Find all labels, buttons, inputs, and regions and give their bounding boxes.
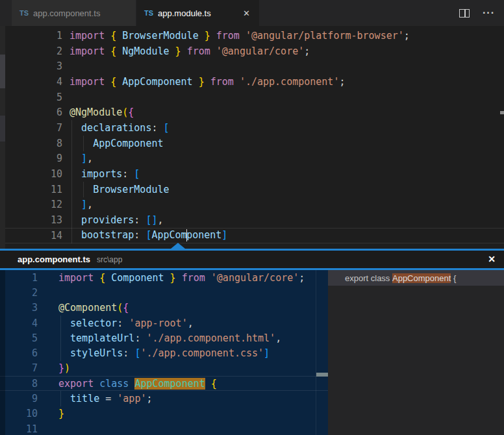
scrollbar-fragment [0, 55, 5, 88]
line-number[interactable]: 8 [0, 378, 38, 390]
code-line[interactable]: 12 ], [0, 197, 504, 213]
indent-guide [71, 120, 72, 243]
line-number[interactable]: 11 [0, 423, 38, 435]
code-line[interactable]: 7 declarations: [ [0, 120, 504, 136]
line-number[interactable]: 4 [0, 317, 38, 329]
close-icon[interactable]: ✕ [488, 254, 496, 264]
peek-view: app.component.ts src\app ✕ 1import { Com… [0, 249, 504, 435]
code-line[interactable]: 3 [0, 58, 504, 74]
code-text: AppComponent [62, 138, 164, 149]
code-line[interactable]: 5 [0, 90, 504, 105]
code-line[interactable]: 9 ], [0, 151, 504, 167]
code-line[interactable]: 2 [0, 285, 328, 300]
editor-app-module[interactable]: 1import { BrowserModule } from '@angular… [0, 26, 504, 249]
line-number[interactable]: 14 [0, 230, 62, 242]
editor-tab-bar: TS app.component.ts TS app.module.ts ✕ ·… [0, 0, 504, 26]
code-text: declarations: [ [62, 122, 170, 134]
line-number[interactable]: 7 [0, 122, 62, 134]
indent-guide [83, 182, 84, 197]
code-line[interactable]: 4import { AppComponent } from './app.com… [0, 74, 504, 90]
more-actions-icon[interactable]: ··· [483, 8, 495, 18]
peek-references-list: export class AppComponent { [328, 270, 504, 435]
code-line[interactable]: 1import { Component } from '@angular/cor… [0, 270, 328, 285]
code-text: bootstrap: [AppComponent] [62, 229, 227, 242]
code-text: import { BrowserModule } from '@angular/… [62, 30, 410, 42]
line-number[interactable]: 13 [0, 214, 62, 226]
line-number[interactable]: 4 [0, 76, 62, 88]
code-text: styleUrls: ['./app.component.css'] [38, 347, 270, 359]
code-text: providers: [], [62, 214, 164, 226]
peek-header: app.component.ts src\app ✕ [0, 251, 504, 268]
code-line[interactable]: 9 title = 'app'; [0, 391, 328, 406]
line-number[interactable]: 2 [0, 45, 62, 57]
code-line[interactable]: 8export class AppComponent { [0, 376, 328, 391]
peek-file-title: app.component.ts [18, 255, 90, 264]
code-line[interactable]: 5 templateUrl: './app.component.html', [0, 330, 328, 345]
tab-app-component[interactable]: TS app.component.ts [12, 0, 136, 26]
indent-guide [60, 391, 61, 406]
line-number[interactable]: 3 [0, 302, 38, 314]
editor-actions: ··· [459, 0, 504, 26]
code-text: imports: [ [62, 168, 140, 180]
line-number[interactable]: 7 [0, 362, 38, 374]
code-line[interactable]: 6@NgModule({ [0, 105, 504, 120]
code-line[interactable]: 11 [0, 421, 328, 435]
code-text: @NgModule({ [62, 106, 134, 118]
code-text: BrowserModule [62, 184, 170, 195]
reference-match: AppComponent [392, 273, 451, 283]
code-line[interactable]: 8 AppComponent [0, 136, 504, 151]
line-number[interactable]: 1 [0, 30, 62, 42]
reference-text: export class [345, 273, 392, 283]
line-number[interactable]: 11 [0, 184, 62, 195]
code-line[interactable]: 2import { NgModule } from '@angular/core… [0, 44, 504, 59]
line-number[interactable]: 2 [0, 287, 38, 299]
code-text: }) [38, 362, 70, 374]
line-number[interactable]: 8 [0, 138, 62, 149]
peek-editor-app-component[interactable]: 1import { Component } from '@angular/cor… [0, 270, 328, 435]
typescript-icon: TS [144, 9, 153, 17]
overview-ruler-marker [500, 111, 504, 114]
peek-file-path: src\app [97, 255, 122, 264]
code-line[interactable]: 14 bootstrap: [AppComponent] [0, 228, 504, 243]
window-edge-strip [0, 26, 5, 249]
reference-item[interactable]: export class AppComponent { [328, 270, 504, 286]
close-icon[interactable]: ✕ [242, 8, 251, 19]
split-editor-icon[interactable] [459, 9, 470, 18]
code-text: export class AppComponent { [38, 378, 217, 390]
line-number[interactable]: 3 [0, 60, 62, 72]
peek-scrollbar-handle[interactable] [316, 373, 328, 377]
line-number[interactable]: 5 [0, 92, 62, 103]
line-number[interactable]: 9 [0, 153, 62, 164]
indent-guide [60, 316, 61, 361]
code-line[interactable]: 11 BrowserModule [0, 182, 504, 197]
line-number[interactable]: 6 [0, 106, 62, 118]
code-text: ], [62, 199, 93, 210]
code-line[interactable]: 10} [0, 406, 328, 421]
code-text: templateUrl: './app.component.html', [38, 332, 281, 344]
vscode-window: TS app.component.ts TS app.module.ts ✕ ·… [0, 0, 504, 435]
line-number[interactable]: 6 [0, 347, 38, 359]
line-number[interactable]: 1 [0, 272, 38, 284]
code-line[interactable]: 3@Component({ [0, 301, 328, 316]
peek-anchor-arrow [171, 243, 185, 249]
peek-scrollbar-track [316, 270, 316, 435]
line-number[interactable]: 10 [0, 168, 62, 180]
code-line[interactable]: 10 imports: [ [0, 166, 504, 182]
code-text: import { NgModule } from '@angular/core'… [62, 45, 310, 57]
code-text: } [38, 408, 64, 419]
code-line[interactable]: 4 selector: 'app-root', [0, 316, 328, 330]
line-number[interactable]: 12 [0, 199, 62, 210]
reference-text: { [451, 273, 456, 283]
code-line[interactable]: 1import { BrowserModule } from '@angular… [0, 28, 504, 44]
line-number[interactable]: 10 [0, 408, 38, 419]
code-text: @Component({ [38, 302, 129, 314]
line-number[interactable]: 5 [0, 332, 38, 344]
scrollbar-fragment [0, 116, 5, 142]
code-line[interactable]: 13 providers: [], [0, 212, 504, 228]
line-number[interactable]: 9 [0, 393, 38, 404]
code-line[interactable]: 7}) [0, 361, 328, 376]
code-text: ], [62, 153, 93, 164]
tab-app-module[interactable]: TS app.module.ts ✕ [136, 0, 260, 26]
tab-label: app.module.ts [158, 8, 211, 18]
code-line[interactable]: 6 styleUrls: ['./app.component.css'] [0, 345, 328, 360]
